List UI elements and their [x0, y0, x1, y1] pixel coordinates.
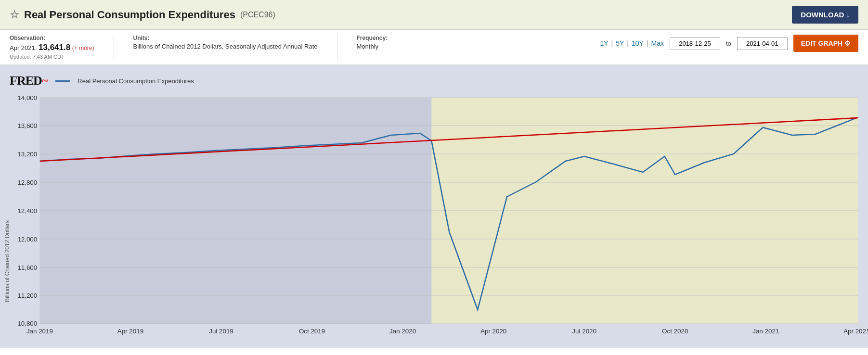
svg-text:Jul 2019: Jul 2019	[209, 328, 233, 335]
svg-text:13,600: 13,600	[17, 122, 37, 129]
fred-logo: FRED~	[10, 74, 48, 88]
updated-time: Updated: 7:43 AM CDT	[10, 54, 94, 60]
chart-svg: 14,000 13,600 13,200 12,800 12,400 12,00…	[0, 93, 868, 348]
chart-controls: 1Y | 5Y | 10Y | Max to EDIT GRAPH ⚙	[600, 35, 858, 52]
series-id: (PCEC96)	[240, 11, 275, 19]
to-label: to	[726, 40, 731, 47]
svg-text:Oct 2019: Oct 2019	[299, 328, 325, 335]
range-sep-2: |	[627, 39, 629, 47]
page-title-area: ☆ Real Personal Consumption Expenditures…	[10, 9, 275, 21]
svg-text:Apr 2021: Apr 2021	[843, 328, 868, 335]
units-label: Units:	[133, 35, 318, 41]
svg-text:Billions of Chained 2012 Dolla: Billions of Chained 2012 Dollars	[3, 220, 10, 302]
date-from-input[interactable]	[670, 37, 720, 50]
svg-text:12,400: 12,400	[17, 207, 37, 215]
svg-text:12,800: 12,800	[17, 179, 37, 186]
observation-number: 13,641.8	[39, 43, 70, 52]
svg-text:10,800: 10,800	[17, 320, 37, 327]
svg-text:12,000: 12,000	[17, 236, 37, 243]
edit-graph-button[interactable]: EDIT GRAPH ⚙	[793, 35, 858, 52]
svg-text:13,200: 13,200	[17, 151, 37, 158]
frequency-label: Frequency:	[357, 35, 415, 41]
observation-date: Apr 2021:	[10, 44, 37, 51]
chart-legend: FRED~ Real Personal Consumption Expendit…	[0, 71, 868, 93]
svg-text:Apr 2019: Apr 2019	[117, 328, 143, 335]
frequency-value: Monthly	[357, 43, 415, 50]
favorite-star-icon[interactable]: ☆	[10, 9, 19, 21]
svg-text:Apr 2020: Apr 2020	[480, 328, 506, 335]
svg-text:Jan 2021: Jan 2021	[752, 328, 779, 335]
range-5y-link[interactable]: 5Y	[616, 39, 624, 47]
range-10y-link[interactable]: 10Y	[632, 39, 644, 47]
units-value: Billions of Chained 2012 Dollars, Season…	[133, 43, 318, 50]
range-sep-1: |	[611, 39, 613, 47]
svg-text:11,200: 11,200	[17, 292, 37, 299]
observation-value: Apr 2021: 13,641.8 (+ more)	[10, 43, 94, 52]
legend-series-label: Real Personal Consumption Expenditures	[78, 77, 194, 85]
meta-bar: Observation: Apr 2021: 13,641.8 (+ more)…	[0, 30, 868, 65]
observation-label: Observation:	[10, 35, 94, 41]
svg-text:14,000: 14,000	[17, 94, 37, 101]
observation-more[interactable]: (+ more)	[72, 45, 94, 51]
date-to-input[interactable]	[737, 37, 788, 50]
chart-area: 14,000 13,600 13,200 12,800 12,400 12,00…	[0, 93, 868, 348]
svg-text:11,600: 11,600	[17, 264, 37, 271]
divider-1	[114, 35, 114, 60]
range-1y-link[interactable]: 1Y	[600, 39, 608, 47]
svg-text:Jan 2020: Jan 2020	[389, 328, 416, 335]
frequency-block: Frequency: Monthly	[357, 35, 415, 50]
units-block: Units: Billions of Chained 2012 Dollars,…	[133, 35, 318, 50]
range-links: 1Y | 5Y | 10Y | Max	[600, 39, 664, 47]
svg-text:Jul 2020: Jul 2020	[572, 328, 596, 335]
range-sep-3: |	[647, 39, 648, 47]
divider-2	[337, 35, 337, 60]
range-max-link[interactable]: Max	[651, 39, 663, 47]
page-title: Real Personal Consumption Expenditures	[24, 9, 235, 21]
svg-text:Jan 2019: Jan 2019	[26, 328, 53, 335]
series-line-icon	[55, 80, 70, 82]
page-header: ☆ Real Personal Consumption Expenditures…	[0, 0, 868, 30]
svg-text:Oct 2020: Oct 2020	[662, 328, 688, 335]
download-button[interactable]: DOWNLOAD ↓	[792, 6, 858, 24]
observation-block: Observation: Apr 2021: 13,641.8 (+ more)…	[10, 35, 94, 60]
chart-container: FRED~ Real Personal Consumption Expendit…	[0, 65, 868, 348]
